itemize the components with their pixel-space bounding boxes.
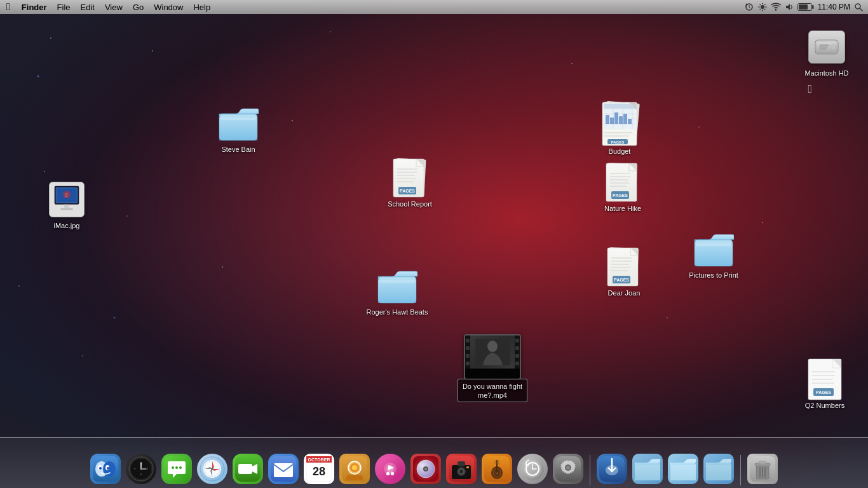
svg-rect-173 (706, 465, 731, 480)
dock-safari[interactable] (196, 452, 229, 485)
svg-line-7 (764, 9, 766, 10)
menubar:  Finder File Edit View Go Window Help (0, 0, 868, 14)
dock-messages[interactable] (160, 452, 193, 485)
dock-folder-3[interactable] (702, 452, 735, 485)
svg-rect-149 (458, 461, 465, 466)
school-report-icon[interactable]: PAGES School Report (381, 158, 438, 208)
svg-rect-11 (812, 5, 814, 9)
spotlight-icon[interactable] (854, 3, 863, 11)
svg-point-165 (566, 466, 570, 470)
svg-rect-43 (378, 280, 416, 303)
dock-itunes[interactable] (374, 452, 407, 485)
dear-joan-label: Dear Joan (608, 288, 641, 297)
dock-timemachine[interactable] (516, 452, 549, 485)
svg-rect-30 (219, 118, 257, 140)
menu-help[interactable]: Help (188, 0, 215, 14)
svg-point-17 (831, 44, 836, 50)
svg-text:PAGES: PAGES (611, 140, 625, 144)
dock-clock[interactable]: 12 6 9 3 (125, 452, 158, 485)
svg-rect-26 (64, 205, 69, 208)
brightness-menu-icon[interactable] (758, 3, 767, 11)
svg-line-14 (860, 9, 863, 11)
video-file-icon[interactable]: Do you wanna fight me?.mp4 (458, 337, 527, 402)
svg-rect-62 (628, 119, 632, 124)
nature-hike-icon[interactable]: PAGES Nature Hike (588, 162, 658, 213)
svg-rect-60 (619, 116, 623, 124)
menu-window[interactable]: Window (149, 0, 188, 14)
dock-garageband[interactable] (480, 452, 513, 485)
svg-point-117 (179, 466, 182, 469)
svg-point-115 (172, 466, 174, 469)
svg-point-103 (99, 467, 102, 470)
dock-calendar[interactable]: OCTOBER 28 (302, 452, 336, 485)
dock-facetime[interactable] (231, 452, 264, 485)
svg-point-134 (352, 465, 357, 470)
dock-folder-1[interactable] (631, 452, 664, 485)
budget-label: Budget (609, 147, 631, 156)
time-machine-menu-icon[interactable] (744, 3, 754, 11)
dock-folder-2[interactable] (667, 452, 700, 485)
imac-jpg-icon[interactable]:  iMac.jpg (38, 179, 95, 230)
pictures-to-print-folder[interactable]: Pictures to Print (679, 229, 749, 280)
dock-trash[interactable] (746, 452, 779, 485)
menu-file[interactable]: File (52, 0, 76, 14)
volume-menu-icon[interactable] (785, 3, 794, 11)
svg-rect-155 (496, 460, 498, 473)
svg-rect-123 (238, 464, 252, 474)
menu-go[interactable]: Go (128, 0, 149, 14)
menu-edit[interactable]: Edit (76, 0, 100, 14)
svg-point-113 (140, 468, 142, 470)
svg-text::  (66, 193, 68, 198)
dock: 12 6 9 3 (0, 444, 868, 488)
dock-iphoto[interactable] (338, 452, 371, 485)
svg-rect-177 (759, 461, 766, 464)
steve-bain-folder[interactable]: Steve Bain (210, 103, 267, 154)
svg-text:PAGES: PAGES (816, 390, 831, 395)
dock-mail[interactable] (267, 452, 300, 485)
svg-text:OCTOBER: OCTOBER (308, 458, 330, 462)
video-file-label: Do you wanna fight me?.mp4 (462, 382, 523, 400)
imac-jpg-label: iMac.jpg (54, 221, 80, 230)
dock-finder[interactable] (89, 452, 122, 485)
svg-point-116 (175, 466, 178, 469)
rogers-hawt-beats-label: Roger's Hawt Beats (367, 308, 428, 316)
svg-point-148 (459, 470, 463, 473)
menu-view[interactable]: View (100, 0, 128, 14)
svg-text:PAGES: PAGES (614, 278, 629, 282)
svg-rect-125 (274, 463, 293, 477)
svg-rect-31 (220, 115, 256, 120)
rogers-hawt-beats-folder[interactable]: Roger's Hawt Beats (365, 266, 429, 316)
wifi-menu-icon[interactable] (771, 3, 781, 11)
hard-drive-label: Macintosh HD (804, 69, 848, 78)
pictures-to-print-label: Pictures to Print (689, 271, 738, 280)
school-report-label: School Report (388, 200, 432, 208)
steve-bain-label: Steve Bain (221, 145, 255, 154)
apple-menu[interactable]:  (0, 0, 17, 14)
svg-point-104 (107, 467, 109, 470)
budget-icon[interactable]: PAGES Budget (588, 105, 651, 156)
svg-rect-86 (695, 243, 733, 266)
dock-sysprefs[interactable] (552, 452, 585, 485)
menu-clock: 11:40 PM (818, 3, 850, 11)
dock-launchpad[interactable] (595, 452, 628, 485)
dock-dvd[interactable] (409, 452, 442, 485)
menu-finder[interactable]: Finder (17, 0, 52, 14)
apple-logo-decoration:  (808, 83, 812, 96)
svg-rect-59 (614, 112, 618, 124)
q2-numbers-icon[interactable]: PAGES Q2 Numbers (793, 359, 857, 410)
svg-rect-87 (696, 241, 731, 246)
svg-rect-56 (604, 104, 635, 109)
hard-drive-icon[interactable]: Macintosh HD (798, 27, 855, 78)
svg-point-143 (424, 468, 427, 470)
dear-joan-icon[interactable]: PAGES Dear Joan (589, 247, 659, 297)
svg-line-9 (759, 9, 761, 10)
dock-photobooth[interactable] (445, 452, 478, 485)
svg-point-13 (855, 4, 860, 9)
nature-hike-label: Nature Hike (604, 204, 641, 213)
svg-point-121 (211, 468, 214, 470)
svg-rect-169 (635, 465, 660, 480)
svg-rect-27 (60, 208, 72, 210)
svg-rect-150 (466, 466, 469, 468)
svg-rect-57 (606, 115, 609, 124)
svg-line-6 (759, 4, 761, 6)
